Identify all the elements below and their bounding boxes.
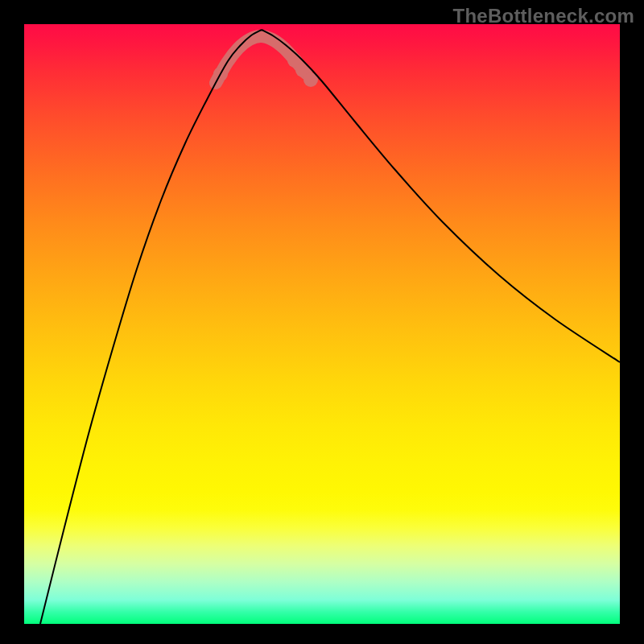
plot-area: [24, 24, 620, 624]
left-curve: [40, 30, 262, 624]
chart-container: TheBottleneck.com: [0, 0, 644, 644]
curve-svg: [24, 24, 620, 624]
